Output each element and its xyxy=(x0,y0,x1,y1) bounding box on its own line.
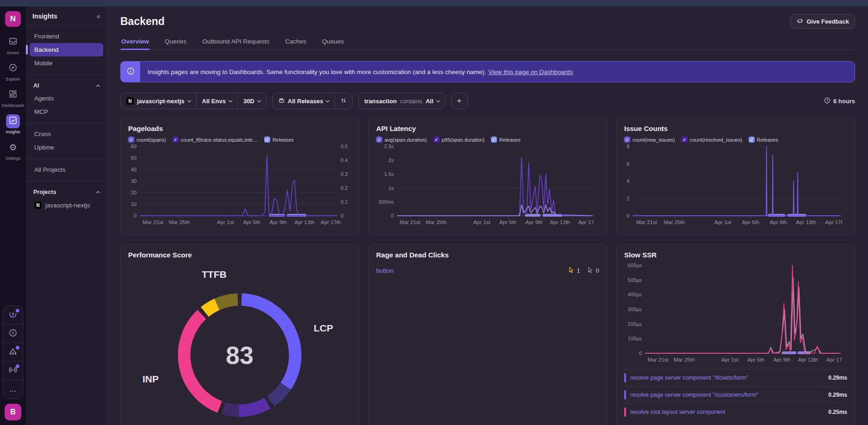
vital-label-lcp: LCP xyxy=(314,323,333,334)
legend-checkbox[interactable] xyxy=(128,137,134,143)
svg-text:500µs: 500µs xyxy=(628,277,642,283)
rail-item-label: Issues xyxy=(7,50,19,55)
rail-item-label: Settings xyxy=(6,156,21,161)
sidebar-group: ProjectsNjavascript-nextjs xyxy=(26,181,107,217)
tab-queues[interactable]: Queues xyxy=(321,35,345,50)
vital-label-ttfb: TTFB xyxy=(202,269,227,280)
sidebar-item-all-projects[interactable]: All Projects xyxy=(30,163,103,176)
legend-checkbox[interactable] xyxy=(264,137,270,143)
add-filter-button[interactable]: + xyxy=(451,93,468,109)
sidebar-item-mobile[interactable]: Mobile xyxy=(30,56,103,70)
rail-item-explore[interactable]: Explore xyxy=(0,62,26,81)
rail-item-dashboards[interactable]: Dashboards xyxy=(0,88,26,108)
svg-text:Apr 1st: Apr 1st xyxy=(721,357,738,362)
sidebar-section-projects[interactable]: Projects xyxy=(30,185,103,198)
legend-checkbox[interactable] xyxy=(173,137,179,143)
clicked-element-link[interactable]: button xyxy=(376,267,394,274)
tab-queries[interactable]: Queries xyxy=(164,35,187,50)
chevron-down-icon xyxy=(436,98,440,102)
nextjs-project-icon: N xyxy=(34,201,42,209)
legend-item[interactable]: count(spans) xyxy=(128,137,166,143)
legend-checkbox[interactable] xyxy=(434,137,440,143)
sidebar-item-frontend[interactable]: Frontend xyxy=(30,30,103,43)
sidebar-item-javascript-nextjs[interactable]: Njavascript-nextjs xyxy=(30,198,103,212)
svg-text:Apr 5th: Apr 5th xyxy=(243,219,260,225)
svg-text:100µs: 100µs xyxy=(628,336,642,341)
legend-item[interactable]: count(resolved_issues) xyxy=(682,137,742,143)
svg-text:0: 0 xyxy=(134,213,136,219)
performance-score-value: 83 xyxy=(226,341,254,369)
performance-score-card: Performance Score 83TTFBLCPINPFCP xyxy=(120,244,359,425)
legend-checkbox[interactable] xyxy=(749,137,755,143)
sidebar-title: Insights xyxy=(32,12,57,20)
svg-text:Apr 17: Apr 17 xyxy=(578,219,594,225)
rage-dead-row: button10 xyxy=(376,266,599,275)
donut-segment-ttfb-remainder xyxy=(217,300,238,304)
sidebar-collapse-icon[interactable]: « xyxy=(97,12,100,20)
rail-item-settings[interactable]: ⚙Settings xyxy=(0,141,26,161)
rail-item-issues[interactable]: Issues xyxy=(0,35,26,55)
rail-ellipsis[interactable]: … xyxy=(3,380,23,399)
svg-text:8: 8 xyxy=(626,144,629,149)
span-color-bar xyxy=(624,390,626,400)
rail-seer-triangle-eye[interactable] xyxy=(3,343,23,362)
legend-item[interactable]: Releases xyxy=(264,137,294,143)
span-description-link[interactable]: resolve root layout server component xyxy=(630,409,725,415)
tab-caches[interactable]: Caches xyxy=(284,35,307,50)
svg-text:7: 7 xyxy=(12,312,14,317)
legend-checkbox[interactable] xyxy=(624,137,630,143)
legend-item[interactable]: avg(span.duration) xyxy=(376,137,427,143)
sidebar-group: All Projects xyxy=(26,159,107,181)
org-logo[interactable]: N xyxy=(5,11,21,27)
rail-changelog-seven[interactable]: 7 xyxy=(3,306,23,325)
chevron-down-icon xyxy=(257,98,261,102)
banner-dashboards-link[interactable]: View this page on Dashboards xyxy=(489,69,573,75)
user-avatar[interactable]: B xyxy=(5,404,21,420)
slow-ssr-row: resolve page server component "/tickets/… xyxy=(624,369,847,386)
span-description-link[interactable]: resolve page server component "/tickets/… xyxy=(630,375,748,381)
span-description-link[interactable]: resolve page server component "/customer… xyxy=(630,392,758,398)
environment-selector[interactable]: All Envs xyxy=(196,93,237,109)
legend-checkbox[interactable] xyxy=(682,137,688,143)
give-feedback-button[interactable]: Give Feedback xyxy=(790,14,855,29)
release-selector[interactable]: All Releases xyxy=(273,93,335,109)
slow-ssr-row: resolve page server component "/customer… xyxy=(624,386,847,403)
tab-overview[interactable]: Overview xyxy=(120,35,150,50)
date-range-selector[interactable]: 30D xyxy=(237,93,266,109)
svg-text:Mar 25th: Mar 25th xyxy=(674,357,694,362)
span-duration-value: 0.29ms xyxy=(828,392,847,398)
legend-item[interactable]: Releases xyxy=(749,137,778,143)
widget-title: Pageloads xyxy=(128,125,351,132)
tab-outbound-api-requests[interactable]: Outbound API Requests xyxy=(201,35,270,50)
legend-item[interactable]: count(new_issues) xyxy=(624,137,675,143)
sidebar-item-backend[interactable]: Backend xyxy=(30,43,103,56)
svg-text:Apr 5th: Apr 5th xyxy=(499,219,516,225)
sidebar-item-uptime[interactable]: Uptime xyxy=(30,141,103,154)
widget-title: Performance Score xyxy=(128,251,351,259)
rail-broadcast[interactable] xyxy=(3,362,23,380)
sidebar-section-ai[interactable]: AI xyxy=(30,79,103,92)
sidebar-item-mcp[interactable]: MCP xyxy=(30,105,103,119)
svg-text:60: 60 xyxy=(131,144,136,149)
transaction-filter[interactable]: transaction contains All xyxy=(359,93,445,109)
project-selector[interactable]: N javascript-nextjs xyxy=(121,93,196,109)
legend-checkbox[interactable] xyxy=(491,137,497,143)
legend-item[interactable]: Releases xyxy=(491,137,521,143)
legend-item[interactable]: p95(span.duration) xyxy=(434,137,484,143)
legend-item[interactable]: count_if(trace.status,equals,inte… xyxy=(173,137,258,143)
main-content: Backend Give Feedback OverviewQueriesOut… xyxy=(107,6,868,425)
donut-segment-inp-score xyxy=(184,314,220,407)
ellipsis-icon: … xyxy=(9,385,17,394)
click-counts: 10 xyxy=(568,266,599,275)
sidebar-item-agents[interactable]: Agents xyxy=(30,92,103,105)
release-sort-button[interactable] xyxy=(335,93,352,109)
svg-text:6: 6 xyxy=(626,161,629,167)
slow-ssr-row: resolve root layout server component0.25… xyxy=(624,403,847,420)
rail-item-insights[interactable]: Insights xyxy=(0,114,26,134)
sort-arrows-icon xyxy=(341,97,347,105)
dead-click-count: 0 xyxy=(587,266,599,275)
sidebar-item-crons[interactable]: Crons xyxy=(30,127,103,141)
rail-lightning[interactable] xyxy=(3,325,23,343)
legend-checkbox[interactable] xyxy=(376,137,382,143)
svg-text:1.5s: 1.5s xyxy=(384,171,394,177)
